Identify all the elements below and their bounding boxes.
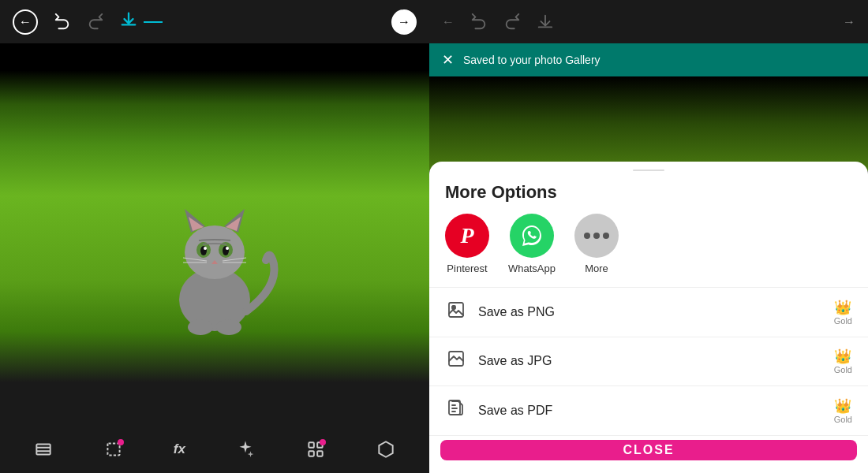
redo-button[interactable] bbox=[87, 13, 104, 31]
svg-point-10 bbox=[204, 247, 207, 250]
right-next-icon: → bbox=[843, 15, 855, 28]
right-download-button[interactable] bbox=[537, 13, 554, 31]
pinterest-circle: P bbox=[445, 214, 489, 258]
save-png-gold-badge: 👑 Gold bbox=[834, 299, 852, 326]
svg-point-17 bbox=[188, 319, 213, 335]
pinterest-icon: P bbox=[460, 223, 473, 248]
save-png-button[interactable]: Save as PNG 👑 Gold bbox=[429, 288, 868, 337]
crown-icon-jpg: 👑 bbox=[834, 348, 851, 365]
svg-rect-20 bbox=[107, 443, 119, 455]
sheet-title: More Options bbox=[429, 176, 868, 214]
left-image-area bbox=[0, 43, 429, 382]
kitten-illustration bbox=[144, 169, 286, 343]
right-next-button[interactable]: → bbox=[843, 15, 855, 29]
download-icon bbox=[120, 11, 137, 33]
gold-label-jpg: Gold bbox=[834, 365, 852, 374]
right-image-background bbox=[429, 76, 868, 171]
more-circle bbox=[574, 214, 619, 258]
svg-rect-21 bbox=[309, 442, 315, 448]
whatsapp-share-button[interactable]: WhatsApp bbox=[508, 214, 556, 274]
pinterest-label: Pinterest bbox=[447, 263, 487, 274]
right-panel: ← → ✕ Saved to your photo Gallery bbox=[429, 0, 868, 473]
crown-icon-pdf: 👑 bbox=[834, 397, 851, 415]
save-jpg-button[interactable]: Save as JPG 👑 Gold bbox=[429, 337, 868, 385]
download-button[interactable] bbox=[120, 11, 163, 33]
back-button[interactable]: ← bbox=[13, 9, 38, 35]
svg-rect-24 bbox=[317, 451, 323, 456]
notification-bar: ✕ Saved to your photo Gallery bbox=[429, 43, 868, 76]
svg-rect-28 bbox=[449, 400, 460, 415]
svg-rect-23 bbox=[309, 451, 315, 456]
share-icons-row: P Pinterest WhatsApp bbox=[429, 214, 868, 287]
crown-icon-png: 👑 bbox=[834, 299, 851, 316]
more-dots-icon bbox=[584, 233, 609, 239]
svg-rect-26 bbox=[452, 306, 455, 309]
cat-image bbox=[0, 43, 429, 382]
fx-tool[interactable]: fx bbox=[174, 441, 185, 457]
crop-tool[interactable] bbox=[103, 439, 124, 460]
save-png-label: Save as PNG bbox=[478, 305, 823, 319]
left-panel: ← → bbox=[0, 0, 429, 473]
whatsapp-label: WhatsApp bbox=[508, 263, 556, 274]
svg-rect-19 bbox=[36, 445, 50, 455]
next-icon: → bbox=[398, 15, 410, 29]
right-back-icon: ← bbox=[442, 15, 455, 28]
sparkle-tool[interactable] bbox=[235, 439, 256, 460]
more-label: More bbox=[585, 263, 608, 274]
undo-button[interactable] bbox=[54, 13, 71, 31]
save-jpg-icon bbox=[445, 349, 467, 373]
save-pdf-gold-badge: 👑 Gold bbox=[834, 397, 852, 424]
divider-4 bbox=[429, 435, 868, 436]
whatsapp-icon bbox=[519, 223, 544, 248]
svg-rect-25 bbox=[449, 303, 463, 317]
bottom-sheet: More Options P Pinterest WhatsApp bbox=[429, 162, 868, 473]
grid-tool[interactable] bbox=[305, 439, 326, 460]
layers-tool[interactable] bbox=[33, 439, 54, 460]
svg-point-1 bbox=[185, 225, 245, 279]
whatsapp-circle bbox=[510, 214, 554, 258]
download-dash-indicator bbox=[144, 21, 163, 23]
crop-badge bbox=[118, 439, 124, 445]
right-back-button[interactable]: ← bbox=[442, 15, 455, 29]
back-icon: ← bbox=[19, 15, 32, 29]
right-toolbar: ← → bbox=[429, 0, 868, 43]
right-undo-button[interactable] bbox=[470, 13, 488, 31]
notification-close-button[interactable]: ✕ bbox=[442, 51, 454, 69]
save-jpg-label: Save as JPG bbox=[478, 354, 823, 368]
left-toolbar: ← → bbox=[0, 0, 429, 43]
save-pdf-icon bbox=[445, 399, 467, 423]
bottom-toolbar: fx bbox=[0, 426, 429, 473]
svg-point-11 bbox=[226, 247, 229, 250]
right-redo-button[interactable] bbox=[503, 13, 521, 31]
notification-message: Saved to your photo Gallery bbox=[463, 54, 600, 66]
save-pdf-button[interactable]: Save as PDF 👑 Gold bbox=[429, 386, 868, 435]
save-jpg-gold-badge: 👑 Gold bbox=[834, 348, 852, 374]
sheet-handle bbox=[633, 169, 664, 171]
save-pdf-label: Save as PDF bbox=[478, 404, 823, 418]
gold-label-pdf: Gold bbox=[834, 415, 852, 424]
svg-point-18 bbox=[216, 319, 241, 335]
hex-tool[interactable] bbox=[376, 439, 396, 460]
save-png-icon bbox=[445, 300, 467, 324]
more-share-button[interactable]: More bbox=[574, 214, 619, 274]
close-button[interactable]: CLOSE bbox=[440, 440, 857, 460]
next-button[interactable]: → bbox=[391, 9, 417, 35]
pinterest-share-button[interactable]: P Pinterest bbox=[445, 214, 489, 274]
gold-label-png: Gold bbox=[834, 316, 852, 326]
